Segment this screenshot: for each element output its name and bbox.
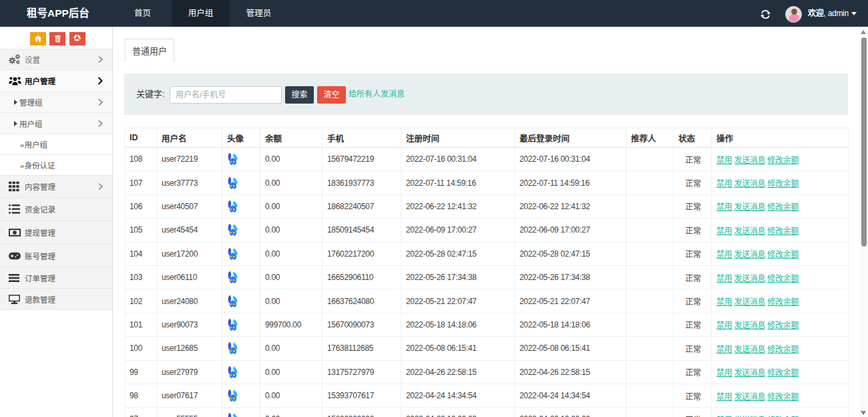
svg-text:0: 0 [13, 230, 16, 235]
